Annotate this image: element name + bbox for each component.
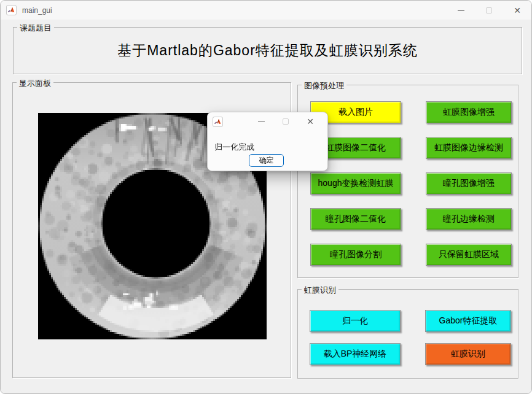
- iris-enhance-button[interactable]: 虹膜图像增强: [426, 101, 512, 123]
- minimize-button[interactable]: [447, 1, 475, 20]
- hough-detect-iris-button[interactable]: hough变换检测虹膜: [310, 172, 401, 195]
- project-title-groupbox: 课题题目 基于Martlab的Gabor特征提取及虹膜识别系统: [13, 27, 522, 74]
- load-bp-network-button[interactable]: 载入BP神经网络: [310, 343, 401, 365]
- iris-recognize-button[interactable]: 虹膜识别: [425, 343, 511, 365]
- pupil-segment-button[interactable]: 瞳孔图像分割: [310, 244, 401, 266]
- pupil-binarize-button[interactable]: 瞳孔图像二值化: [310, 208, 401, 230]
- close-button[interactable]: ✕: [503, 1, 531, 20]
- page-title: 基于Martlab的Gabor特征提取及虹膜识别系统: [117, 41, 418, 60]
- preprocess-group-label: 图像预处理: [302, 80, 346, 91]
- main-gui-window: main_gui ✕ 课题题目 基于Martlab的Gabor特征提取及虹膜识别…: [0, 0, 532, 394]
- iris-edge-detect-button[interactable]: 虹膜图像边缘检测: [426, 137, 512, 159]
- matlab-icon: [213, 117, 223, 127]
- recognition-button-grid: 归一化Gabor特征提取载入BP神经网络虹膜识别: [310, 310, 511, 365]
- keep-iris-region-button[interactable]: 只保留虹膜区域: [426, 244, 512, 266]
- recognition-groupbox: 虹膜识别 归一化Gabor特征提取载入BP神经网络虹膜识别: [297, 289, 518, 379]
- maximize-icon: [486, 7, 492, 14]
- matlab-icon: [6, 5, 17, 15]
- preprocess-button-grid: 载入图片虹膜图像增强虹膜图像二值化虹膜图像边缘检测hough变换检测虹膜瞳孔图像…: [310, 101, 512, 266]
- display-panel-group-label: 显示面板: [17, 78, 53, 89]
- close-icon: ✕: [514, 6, 521, 15]
- dialog-minimize-button[interactable]: [249, 112, 273, 131]
- gabor-feature-extract-button[interactable]: Gabor特征提取: [425, 310, 511, 332]
- maximize-icon: [283, 118, 289, 125]
- dialog-titlebar: ✕: [208, 112, 327, 131]
- window-titlebar: main_gui ✕: [1, 1, 531, 20]
- maximize-button[interactable]: [475, 1, 503, 20]
- pupil-enhance-button[interactable]: 瞳孔图像增强: [426, 172, 512, 195]
- pupil-edge-detect-button[interactable]: 瞳孔边缘检测: [426, 208, 512, 230]
- normalize-button[interactable]: 归一化: [310, 310, 401, 332]
- close-icon: ✕: [307, 117, 314, 126]
- window-title: main_gui: [22, 6, 52, 15]
- recognition-group-label: 虹膜识别: [302, 285, 338, 296]
- minimize-icon: [258, 122, 265, 122]
- project-title-group-label: 课题题目: [17, 23, 54, 34]
- message-dialog: ✕ 归一化完成 确定: [207, 112, 328, 171]
- dialog-message: 归一化完成: [214, 142, 254, 153]
- ok-button[interactable]: 确定: [249, 154, 284, 167]
- dialog-maximize-button[interactable]: [273, 112, 298, 131]
- dialog-close-button[interactable]: ✕: [298, 112, 323, 131]
- minimize-icon: [458, 10, 464, 11]
- preprocess-groupbox: 图像预处理 载入图片虹膜图像增强虹膜图像二值化虹膜图像边缘检测hough变换检测…: [297, 85, 518, 278]
